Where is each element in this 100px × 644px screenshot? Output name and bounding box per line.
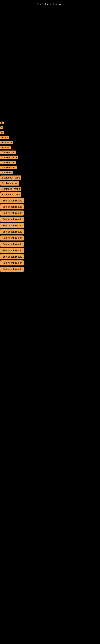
list-item[interactable]: Bottleneck result bbox=[0, 260, 100, 266]
list-item[interactable]: Bottleneck result bbox=[0, 198, 100, 203]
bottleneck-badge: Bottleneck resul bbox=[0, 156, 18, 159]
bottleneck-badge: Bottleneck re bbox=[0, 160, 16, 164]
list-item[interactable]: Bottleneck re bbox=[0, 150, 100, 154]
list-item[interactable]: Bottleneck result bbox=[0, 187, 100, 191]
list-item[interactable]: Bottleneck result bbox=[0, 210, 100, 216]
bottleneck-badge: Bottleneck result bbox=[0, 198, 24, 203]
bottleneck-badge: Bottleneck result bbox=[0, 217, 24, 222]
bottleneck-badge: Bottleneck res bbox=[0, 166, 17, 169]
list-item[interactable]: Bottleneck res bbox=[0, 166, 100, 169]
bottleneck-badge: Bottlen bbox=[0, 136, 9, 139]
bottleneck-badge: Bottleneck bbox=[0, 171, 13, 174]
bottleneck-badge: Bottleneck result bbox=[0, 236, 24, 240]
list-item[interactable]: Bottleneck result bbox=[0, 236, 100, 240]
list-item[interactable]: Bottleneck result bbox=[0, 204, 100, 209]
list-item[interactable]: Bottlen bbox=[0, 135, 100, 139]
list-item[interactable]: B bbox=[0, 126, 100, 129]
bottleneck-badge: Bo bbox=[0, 131, 4, 134]
list-item[interactable]: Bottleneck result bbox=[0, 192, 100, 197]
bottleneck-badge: Bottleneck result bbox=[0, 248, 24, 253]
bottleneck-badge: Bottleneck result bbox=[0, 176, 21, 180]
list-item[interactable]: Bottleneck re bbox=[0, 160, 100, 164]
bottleneck-badge: Bottleneck result bbox=[0, 254, 24, 259]
list-item[interactable]: Bottleneck result bbox=[0, 254, 100, 259]
list-item[interactable]: Bottleneck result bbox=[0, 176, 100, 180]
list-item[interactable]: Bottleneck r bbox=[0, 140, 100, 144]
bottleneck-badge: Bottleneck result bbox=[0, 229, 24, 234]
bottleneck-badge: Bottleneck res bbox=[0, 181, 19, 186]
bottleneck-badge: Bottleneck re bbox=[0, 150, 16, 154]
list-item[interactable]: Bottleneck result bbox=[0, 217, 100, 222]
bottleneck-badge: Bottleneck result bbox=[0, 242, 24, 247]
bottleneck-badge: Bottleneck result bbox=[0, 187, 21, 191]
list-item[interactable]: Bottleneck res bbox=[0, 181, 100, 186]
bottleneck-badge: Bottleneck r bbox=[0, 141, 13, 144]
bottleneck-badge: Bottleneck result bbox=[0, 267, 24, 272]
bottleneck-badge: Bottleneck result bbox=[0, 204, 24, 209]
bottleneck-badge: Bottleneck result bbox=[0, 210, 24, 216]
bottleneck-badge: B bbox=[0, 126, 3, 129]
list-item[interactable]: Bo bbox=[0, 130, 100, 134]
list-item[interactable]: Bottleneck bbox=[0, 170, 100, 174]
bottleneck-badge: Bottleneck result bbox=[0, 192, 21, 197]
list-item[interactable]: Bottleneck result bbox=[0, 267, 100, 272]
bottleneck-badge: Bo bbox=[0, 122, 4, 124]
bottleneck-list: BoBBoBottlenBottleneck rBottlenecBottlen… bbox=[0, 121, 100, 273]
list-item[interactable]: Bo bbox=[0, 121, 100, 124]
list-item[interactable]: Bottleneck result bbox=[0, 248, 100, 253]
list-item[interactable]: Bottlenec bbox=[0, 145, 100, 149]
bottleneck-badge: Bottleneck result bbox=[0, 223, 24, 228]
list-item[interactable]: Bottleneck resul bbox=[0, 155, 100, 159]
list-item[interactable]: Bottleneck result bbox=[0, 229, 100, 234]
bottleneck-badge: Bottleneck result bbox=[0, 260, 24, 266]
bottleneck-badge: Bottlenec bbox=[0, 146, 11, 149]
list-item[interactable]: Bottleneck result bbox=[0, 242, 100, 247]
list-item[interactable]: Bottleneck result bbox=[0, 223, 100, 228]
